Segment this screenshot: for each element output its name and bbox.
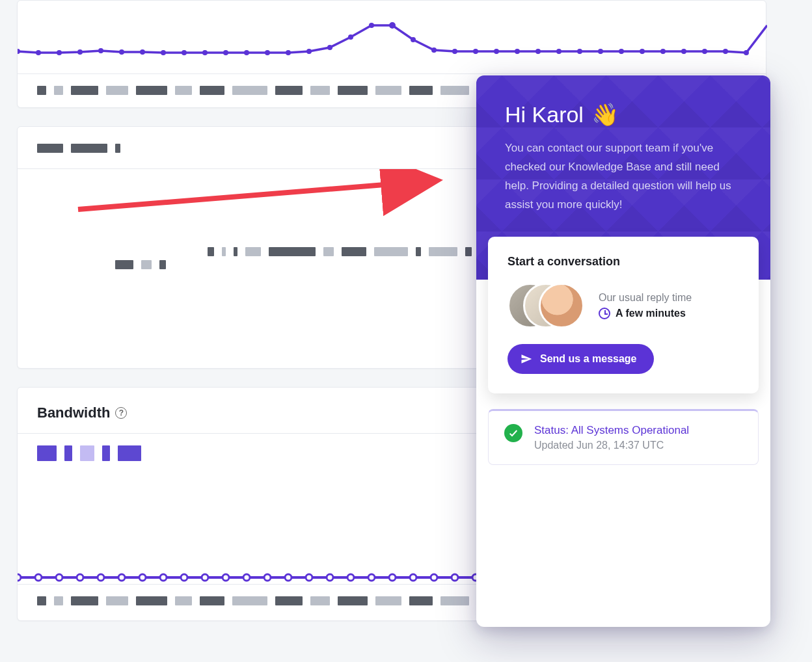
wave-icon: 👋 bbox=[591, 101, 619, 127]
support-widget: Hi Karol 👋 You can contact our support t… bbox=[476, 75, 770, 627]
svg-point-43 bbox=[139, 574, 146, 581]
svg-point-44 bbox=[160, 574, 167, 581]
svg-point-48 bbox=[243, 574, 250, 581]
start-conversation-title: Start a conversation bbox=[508, 255, 739, 269]
svg-point-31 bbox=[660, 49, 666, 54]
svg-point-23 bbox=[494, 49, 499, 54]
svg-point-22 bbox=[473, 49, 478, 54]
svg-point-33 bbox=[702, 49, 707, 54]
svg-point-10 bbox=[223, 50, 228, 55]
svg-point-13 bbox=[286, 50, 291, 55]
svg-point-58 bbox=[452, 574, 458, 581]
svg-point-32 bbox=[681, 49, 686, 54]
svg-point-42 bbox=[118, 574, 125, 581]
reply-time-row: Our usual reply time A few minutes bbox=[508, 283, 739, 328]
svg-point-14 bbox=[306, 49, 312, 54]
svg-point-51 bbox=[306, 574, 312, 581]
agent-avatars bbox=[508, 283, 584, 328]
svg-point-56 bbox=[410, 574, 416, 581]
avatar bbox=[539, 283, 584, 328]
status-title: Status: All Systems Operational bbox=[534, 424, 689, 437]
svg-point-6 bbox=[140, 49, 145, 55]
svg-point-1 bbox=[36, 50, 41, 55]
svg-point-8 bbox=[182, 50, 187, 55]
start-conversation-card: Start a conversation Our usual reply tim… bbox=[488, 237, 759, 393]
svg-point-15 bbox=[327, 45, 332, 50]
send-message-button[interactable]: Send us a message bbox=[508, 344, 654, 374]
help-icon[interactable]: ? bbox=[115, 407, 127, 419]
svg-point-7 bbox=[161, 50, 166, 55]
reply-time-label: Our usual reply time bbox=[599, 292, 692, 304]
svg-point-25 bbox=[535, 49, 541, 54]
svg-point-26 bbox=[556, 49, 562, 54]
svg-point-9 bbox=[202, 50, 208, 55]
clock-icon bbox=[599, 308, 610, 319]
svg-point-19 bbox=[411, 37, 416, 42]
svg-point-20 bbox=[431, 47, 437, 53]
traffic-sparkline bbox=[18, 20, 767, 75]
svg-point-12 bbox=[265, 50, 270, 55]
status-card[interactable]: Status: All Systems Operational Updated … bbox=[488, 409, 759, 465]
svg-point-0 bbox=[18, 49, 20, 54]
send-icon bbox=[521, 353, 532, 365]
svg-point-53 bbox=[347, 574, 354, 581]
svg-point-2 bbox=[57, 50, 62, 55]
svg-point-29 bbox=[619, 49, 624, 54]
svg-point-38 bbox=[35, 574, 42, 581]
support-greeting-text: Hi Karol bbox=[505, 102, 584, 127]
svg-point-40 bbox=[77, 574, 83, 581]
svg-point-57 bbox=[431, 574, 437, 581]
svg-point-54 bbox=[368, 574, 375, 581]
svg-point-27 bbox=[577, 49, 582, 54]
svg-point-55 bbox=[389, 574, 396, 581]
svg-point-37 bbox=[18, 574, 21, 581]
bandwidth-title: Bandwidth bbox=[37, 404, 110, 421]
svg-point-17 bbox=[369, 23, 374, 28]
svg-point-18 bbox=[389, 22, 396, 29]
svg-point-52 bbox=[327, 574, 333, 581]
svg-point-46 bbox=[202, 574, 208, 581]
support-intro: You can contact our support team if you'… bbox=[505, 139, 742, 215]
svg-point-49 bbox=[264, 574, 271, 581]
svg-point-47 bbox=[223, 574, 229, 581]
support-greeting: Hi Karol 👋 bbox=[505, 101, 742, 127]
svg-point-34 bbox=[723, 49, 728, 54]
svg-point-16 bbox=[348, 34, 353, 40]
svg-point-24 bbox=[515, 49, 520, 54]
svg-point-39 bbox=[56, 574, 62, 581]
svg-point-45 bbox=[181, 574, 187, 581]
reply-time-value: A few minutes bbox=[599, 308, 692, 319]
send-message-label: Send us a message bbox=[540, 353, 637, 365]
svg-point-35 bbox=[744, 50, 749, 55]
svg-point-50 bbox=[285, 574, 291, 581]
reply-time-text: A few minutes bbox=[616, 308, 686, 319]
check-circle-icon bbox=[504, 424, 522, 442]
svg-point-41 bbox=[98, 574, 104, 581]
svg-point-30 bbox=[640, 49, 645, 54]
status-updated: Updated Jun 28, 14:37 UTC bbox=[534, 440, 689, 451]
svg-point-4 bbox=[98, 48, 103, 53]
svg-point-28 bbox=[598, 49, 603, 54]
svg-point-21 bbox=[452, 49, 457, 54]
svg-point-11 bbox=[244, 50, 249, 55]
svg-point-5 bbox=[119, 49, 124, 55]
svg-point-3 bbox=[77, 49, 83, 55]
